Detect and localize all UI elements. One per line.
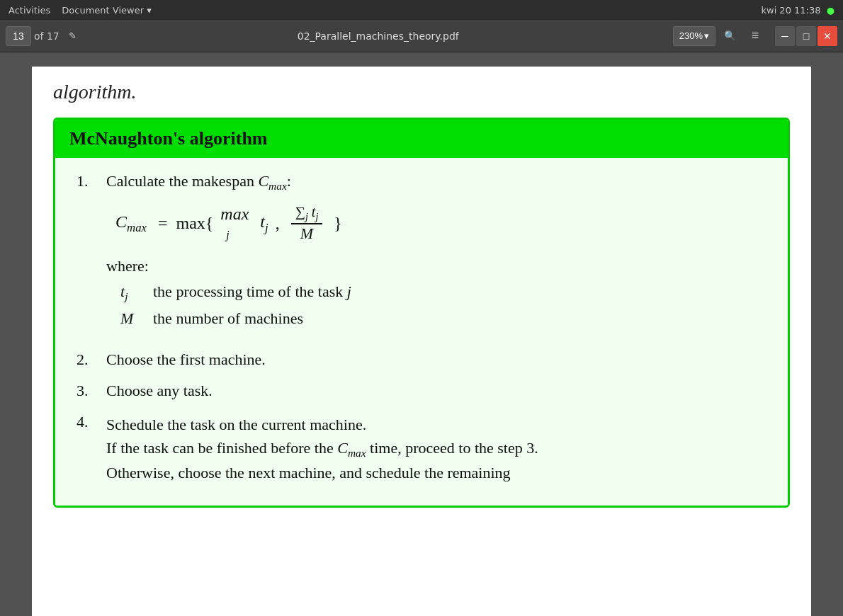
search-icon: 🔍 <box>724 30 736 41</box>
minimize-button[interactable]: ─ <box>775 26 795 46</box>
page-input[interactable] <box>6 26 31 46</box>
maximize-button[interactable]: □ <box>796 26 816 46</box>
step-3-number: 3. <box>77 382 98 400</box>
edit-button[interactable]: ✎ <box>62 26 84 46</box>
algorithm-body: 1. Calculate the makespan Cmax: Cmax = m… <box>55 158 788 506</box>
search-button[interactable]: 🔍 <box>718 26 741 46</box>
menu-button[interactable]: ≡ <box>744 26 766 46</box>
menu-icon: ≡ <box>752 28 759 43</box>
edit-icon: ✎ <box>69 30 77 41</box>
list-item: 2. Choose the first machine. <box>77 350 766 369</box>
system-bar-left: Activities Document Viewer ▾ <box>9 5 152 16</box>
step-1-number: 1. <box>77 172 98 190</box>
step-2-text: Choose the first machine. <box>106 350 266 369</box>
maximize-icon: □ <box>803 30 809 42</box>
where-label: where: <box>106 257 149 275</box>
step-4-number: 4. <box>77 413 98 431</box>
where-items: tj the processing time of the task j M t… <box>120 283 351 327</box>
formula-block: Cmax = max{ max j tj , ∑j tj <box>106 204 351 243</box>
where-item-m: M the number of machines <box>120 309 351 328</box>
algorithm-box: McNaughton's algorithm 1. Calculate the … <box>53 118 790 508</box>
list-item: 3. Choose any task. <box>77 382 766 400</box>
page-navigation: of 17 <box>6 26 60 46</box>
status-dot: ● <box>827 5 834 16</box>
step-4-content: Schedule the task on the current machine… <box>106 413 538 485</box>
close-button[interactable]: ✕ <box>817 26 837 46</box>
step-1-content: Calculate the makespan Cmax: Cmax = max{… <box>106 172 351 336</box>
list-item: 4. Schedule the task on the current mach… <box>77 413 766 485</box>
page-top-text: algorithm. <box>53 81 790 103</box>
app-name-label: Document Viewer ▾ <box>62 5 151 16</box>
math-formula: Cmax = max{ max j tj , ∑j tj <box>115 204 342 243</box>
zoom-dropdown-icon: ▾ <box>704 30 709 41</box>
toolbar: of 17 ✎ 02_Parallel_machines_theory.pdf … <box>0 20 843 52</box>
algorithm-header: McNaughton's algorithm <box>55 120 788 158</box>
zoom-level: 230% <box>679 30 703 41</box>
datetime-label: kwi 20 11:38 ● <box>761 5 834 16</box>
minimize-icon: ─ <box>781 30 788 42</box>
toolbar-center: 02_Parallel_machines_theory.pdf <box>86 30 670 42</box>
toolbar-left: of 17 ✎ <box>6 26 84 46</box>
algorithm-title: McNaughton's algorithm <box>69 128 268 149</box>
fraction: ∑j tj M <box>291 204 323 243</box>
close-icon: ✕ <box>823 30 832 42</box>
zoom-button[interactable]: 230% ▾ <box>673 26 715 46</box>
pdf-page: algorithm. McNaughton's algorithm 1. Cal… <box>32 67 811 616</box>
step-2-number: 2. <box>77 350 98 369</box>
where-block: where: tj the processing time of the tas… <box>106 257 351 327</box>
system-bar: Activities Document Viewer ▾ kwi 20 11:3… <box>0 0 843 20</box>
list-item: 1. Calculate the makespan Cmax: Cmax = m… <box>77 172 766 336</box>
page-total: of 17 <box>34 30 60 42</box>
window-controls: ─ □ ✕ <box>775 26 837 46</box>
where-item-tj: tj the processing time of the task j <box>120 283 351 303</box>
pdf-area: algorithm. McNaughton's algorithm 1. Cal… <box>0 52 843 616</box>
filename-label: 02_Parallel_machines_theory.pdf <box>298 30 459 42</box>
step-3-text: Choose any task. <box>106 382 213 400</box>
activities-label[interactable]: Activities <box>9 5 50 16</box>
toolbar-right: 230% ▾ 🔍 ≡ ─ □ ✕ <box>673 26 837 46</box>
